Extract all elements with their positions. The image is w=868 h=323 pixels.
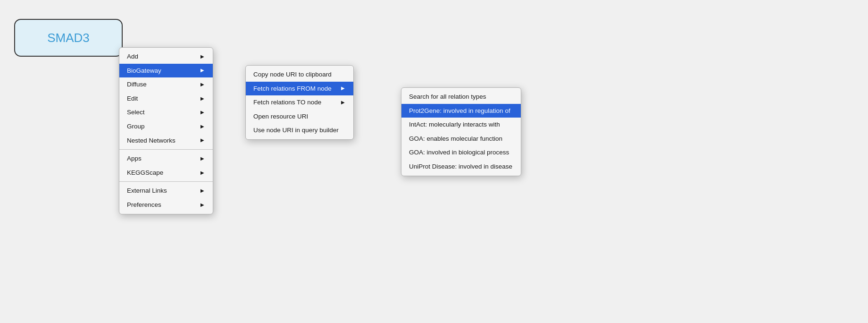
menu-item-goa-biological[interactable]: GOA: involved in biological process — [401, 145, 521, 160]
menu-item-biogateway[interactable]: BioGateway▶ — [119, 64, 213, 78]
menu-item-label-prot2gene: Prot2Gene: involved in regulation of — [409, 106, 510, 116]
menu-item-label-keggscape: KEGGScape — [127, 168, 163, 178]
submenu-arrow-icon: ▶ — [200, 123, 204, 130]
menu-item-diffuse[interactable]: Diffuse▶ — [119, 77, 213, 92]
menu-item-fetch-to[interactable]: Fetch relations TO node▶ — [246, 95, 353, 110]
context-menu-level3: Search for all relation typesProt2Gene: … — [401, 87, 521, 176]
submenu-arrow-icon: ▶ — [200, 155, 204, 162]
submenu-arrow-icon: ▶ — [200, 95, 204, 102]
menu-item-label-intact: IntAct: molecularly interacts with — [409, 119, 500, 130]
submenu-arrow-icon: ▶ — [200, 81, 204, 88]
node-label: SMAD3 — [47, 31, 90, 45]
menu-item-label-group: Group — [127, 121, 145, 132]
menu-item-preferences[interactable]: Preferences▶ — [119, 198, 213, 212]
menu-item-copy-uri[interactable]: Copy node URI to clipboard — [246, 68, 353, 82]
context-menu-level2: Copy node URI to clipboardFetch relation… — [245, 65, 354, 140]
menu-item-fetch-from[interactable]: Fetch relations FROM node▶ — [246, 82, 353, 96]
menu-item-prot2gene[interactable]: Prot2Gene: involved in regulation of — [401, 104, 521, 118]
menu-item-label-external-links: External Links — [127, 186, 167, 196]
menu-item-label-open-uri: Open resource URI — [253, 111, 308, 122]
menu-item-add[interactable]: Add▶ — [119, 50, 213, 64]
menu-item-nested-networks[interactable]: Nested Networks▶ — [119, 134, 213, 148]
menu-item-external-links[interactable]: External Links▶ — [119, 184, 213, 198]
smad3-node[interactable]: SMAD3 — [14, 19, 123, 57]
menu-item-label-fetch-to: Fetch relations TO node — [253, 97, 321, 108]
menu-item-label-preferences: Preferences — [127, 200, 161, 210]
menu-item-label-uniprot: UniProt Disease: involved in disease — [409, 162, 512, 172]
menu-item-query-builder[interactable]: Use node URI in query builder — [246, 123, 353, 137]
menu-item-apps[interactable]: Apps▶ — [119, 152, 213, 166]
menu-item-label-search-all: Search for all relation types — [409, 92, 486, 102]
menu-item-label-query-builder: Use node URI in query builder — [253, 125, 339, 136]
submenu-arrow-icon: ▶ — [200, 187, 204, 195]
menu-item-label-add: Add — [127, 51, 138, 62]
menu-separator — [119, 181, 213, 182]
submenu-arrow-icon: ▶ — [200, 169, 204, 177]
submenu-arrow-icon: ▶ — [341, 85, 345, 92]
menu-item-label-goa-molecular: GOA: enables molecular function — [409, 134, 502, 144]
menu-item-intact[interactable]: IntAct: molecularly interacts with — [401, 118, 521, 132]
menu-item-goa-molecular[interactable]: GOA: enables molecular function — [401, 132, 521, 146]
menu-item-label-apps: Apps — [127, 153, 142, 164]
menu-item-select[interactable]: Select▶ — [119, 105, 213, 119]
context-menu-level1: Add▶BioGateway▶Diffuse▶Edit▶Select▶Group… — [119, 47, 213, 214]
menu-item-open-uri[interactable]: Open resource URI — [246, 110, 353, 124]
menu-item-group[interactable]: Group▶ — [119, 119, 213, 134]
menu-item-label-diffuse: Diffuse — [127, 79, 147, 90]
submenu-arrow-icon: ▶ — [200, 109, 204, 116]
submenu-arrow-icon: ▶ — [200, 136, 204, 144]
menu-item-label-copy-uri: Copy node URI to clipboard — [253, 69, 332, 80]
menu-item-label-goa-biological: GOA: involved in biological process — [409, 147, 509, 158]
submenu-arrow-icon: ▶ — [341, 99, 345, 106]
submenu-arrow-icon: ▶ — [200, 67, 204, 74]
menu-separator — [119, 149, 213, 150]
menu-item-uniprot[interactable]: UniProt Disease: involved in disease — [401, 160, 521, 174]
menu-item-label-select: Select — [127, 107, 145, 118]
menu-item-keggscape[interactable]: KEGGScape▶ — [119, 166, 213, 180]
menu-item-label-nested-networks: Nested Networks — [127, 136, 175, 146]
menu-item-label-edit: Edit — [127, 94, 138, 104]
menu-item-label-biogateway: BioGateway — [127, 66, 161, 76]
submenu-arrow-icon: ▶ — [200, 201, 204, 209]
submenu-arrow-icon: ▶ — [200, 53, 204, 60]
menu-item-edit[interactable]: Edit▶ — [119, 92, 213, 106]
menu-item-search-all[interactable]: Search for all relation types — [401, 90, 521, 104]
menu-item-label-fetch-from: Fetch relations FROM node — [253, 84, 332, 94]
